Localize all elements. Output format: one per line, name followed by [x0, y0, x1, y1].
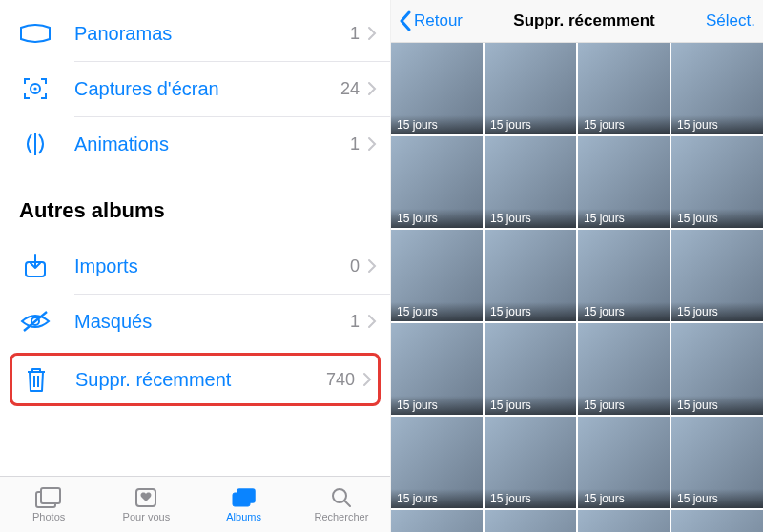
album-label: Masqués — [74, 311, 350, 333]
photo-thumbnail[interactable]: 15 jours — [391, 230, 483, 321]
imports-icon — [19, 252, 52, 280]
chevron-right-icon — [362, 372, 372, 387]
days-remaining-badge: 15 jours — [578, 115, 670, 134]
recently-deleted-screen: Retour Suppr. récemment Sélect. 15 jours… — [391, 0, 763, 532]
panorama-icon — [19, 19, 52, 48]
days-remaining-badge: 15 jours — [485, 396, 576, 415]
photo-thumbnail[interactable]: 15 jours — [391, 43, 483, 134]
foryou-tab-icon — [134, 486, 157, 509]
photo-placeholder — [671, 510, 763, 532]
days-remaining-badge: 15 jours — [391, 302, 483, 321]
photo-thumbnail[interactable]: 15 jours — [671, 510, 763, 532]
album-row-imports[interactable]: Imports0 — [0, 238, 390, 294]
other-albums-list: Imports0Masqués1Suppr. récemment740 — [0, 233, 390, 406]
album-count: 24 — [340, 79, 360, 99]
tab-bar: PhotosPour vousAlbumsRechercher — [0, 476, 390, 532]
album-label: Suppr. récemment — [75, 369, 326, 391]
photo-placeholder — [485, 510, 576, 532]
chevron-right-icon — [367, 258, 377, 274]
album-label: Animations — [74, 133, 350, 155]
days-remaining-badge: 15 jours — [578, 302, 670, 321]
days-remaining-badge: 15 jours — [578, 489, 670, 508]
days-remaining-badge: 15 jours — [578, 396, 670, 415]
album-count: 740 — [326, 370, 355, 390]
days-remaining-badge: 15 jours — [671, 396, 763, 415]
animations-icon — [19, 130, 52, 158]
screenshot-icon — [19, 74, 52, 103]
photo-thumbnail[interactable]: 15 jours — [391, 136, 483, 228]
album-count: 1 — [350, 134, 360, 154]
photo-thumbnail[interactable]: 15 jours — [671, 323, 763, 415]
photo-thumbnail[interactable]: 15 jours — [578, 230, 670, 321]
album-count: 1 — [350, 24, 360, 44]
tab-label: Albums — [226, 511, 261, 522]
days-remaining-badge: 15 jours — [391, 489, 483, 508]
days-remaining-badge: 15 jours — [485, 489, 576, 508]
photo-thumbnail[interactable]: 15 jours — [485, 323, 576, 415]
photo-thumbnail[interactable]: 15 jours — [578, 43, 670, 134]
photo-thumbnail[interactable]: 15 jours — [391, 323, 483, 415]
days-remaining-badge: 15 jours — [671, 115, 763, 134]
photo-thumbnail[interactable]: 15 jours — [671, 417, 763, 508]
photo-thumbnail[interactable]: 15 jours — [485, 43, 576, 134]
trash-icon — [20, 365, 52, 394]
days-remaining-badge: 15 jours — [671, 489, 763, 508]
photo-placeholder — [391, 510, 483, 532]
days-remaining-badge: 15 jours — [671, 209, 763, 228]
photo-thumbnail[interactable]: 15 jours — [578, 417, 670, 508]
days-remaining-badge: 15 jours — [485, 209, 576, 228]
album-row-animations[interactable]: Animations1 — [0, 116, 390, 172]
svg-point-1 — [33, 87, 36, 90]
album-label: Panoramas — [74, 23, 350, 45]
album-row-masqu-s[interactable]: Masqués1 — [0, 294, 390, 349]
photo-thumbnail[interactable]: 15 jours — [391, 510, 483, 532]
back-button[interactable]: Retour — [399, 10, 463, 31]
album-count: 0 — [350, 256, 360, 276]
photo-thumbnail[interactable]: 15 jours — [671, 136, 763, 228]
photo-thumbnail[interactable]: 15 jours — [485, 230, 576, 321]
hidden-icon — [19, 307, 52, 336]
chevron-right-icon — [367, 26, 377, 41]
tab-label: Rechercher — [314, 511, 368, 522]
svg-line-11 — [344, 501, 350, 506]
days-remaining-badge: 15 jours — [485, 302, 576, 321]
svg-rect-6 — [41, 488, 60, 503]
tab-pour-vous[interactable]: Pour vous — [97, 477, 195, 532]
nav-title: Suppr. récemment — [513, 11, 654, 31]
photo-thumbnail[interactable]: 15 jours — [671, 230, 763, 321]
photo-thumbnail[interactable]: 15 jours — [485, 510, 576, 532]
photo-thumbnail[interactable]: 15 jours — [485, 417, 576, 508]
photos-tab-icon — [35, 486, 62, 509]
tab-rechercher[interactable]: Rechercher — [293, 477, 390, 532]
photo-thumbnail[interactable]: 15 jours — [485, 136, 576, 228]
nav-bar: Retour Suppr. récemment Sélect. — [391, 0, 763, 43]
days-remaining-badge: 15 jours — [391, 209, 483, 228]
days-remaining-badge: 15 jours — [391, 396, 483, 415]
days-remaining-badge: 15 jours — [578, 209, 670, 228]
tab-photos[interactable]: Photos — [0, 477, 97, 532]
album-row-captures-d-cran[interactable]: Captures d'écran24 — [0, 61, 390, 116]
chevron-right-icon — [367, 136, 377, 152]
chevron-right-icon — [367, 81, 377, 96]
album-row-suppr-r-cemment[interactable]: Suppr. récemment740 — [10, 353, 381, 406]
photo-thumbnail[interactable]: 15 jours — [578, 323, 670, 415]
days-remaining-badge: 15 jours — [391, 115, 483, 134]
svg-rect-9 — [237, 489, 255, 502]
photo-grid: 15 jours15 jours15 jours15 jours15 jours… — [391, 43, 763, 532]
tab-label: Pour vous — [123, 511, 171, 522]
photo-thumbnail[interactable]: 15 jours — [578, 136, 670, 228]
album-count: 1 — [350, 312, 360, 332]
album-row-panoramas[interactable]: Panoramas1 — [0, 6, 390, 61]
tab-label: Photos — [32, 511, 65, 522]
select-button[interactable]: Sélect. — [706, 11, 755, 31]
tab-albums[interactable]: Albums — [196, 477, 293, 532]
album-label: Imports — [74, 256, 350, 277]
chevron-right-icon — [367, 314, 377, 329]
photo-thumbnail[interactable]: 15 jours — [578, 510, 670, 532]
photo-thumbnail[interactable]: 15 jours — [391, 417, 483, 508]
photo-thumbnail[interactable]: 15 jours — [671, 43, 763, 134]
back-label: Retour — [414, 11, 463, 31]
media-types-list: Panoramas1Captures d'écran24Animations1 — [0, 0, 390, 172]
days-remaining-badge: 15 jours — [671, 302, 763, 321]
search-tab-icon — [330, 486, 353, 509]
